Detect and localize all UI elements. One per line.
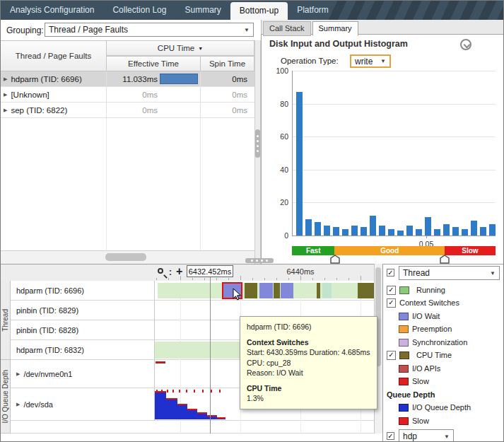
legend-item-running[interactable]: ✓ Running xyxy=(382,284,504,296)
chevron-down-icon: ▼ xyxy=(444,434,450,440)
operation-type-value: write xyxy=(355,57,373,66)
row-label-text: hdparm (TID: 6696) xyxy=(16,286,84,295)
ruler-tick-label: 6440ms xyxy=(286,267,315,276)
splitter-handle[interactable] xyxy=(255,129,260,158)
table-row[interactable]: ▶ hdparm (TID: 6696) 11.033ms 0ms xyxy=(1,71,254,87)
legend-label: Preemption xyxy=(412,325,452,333)
slow-io-tick xyxy=(172,390,174,392)
legend-item-io-apis[interactable]: I/O APIs xyxy=(382,362,504,375)
collapse-button[interactable] xyxy=(460,39,471,50)
legend-item-slow[interactable]: Slow xyxy=(382,375,504,388)
expander-icon[interactable]: ▶ xyxy=(16,371,20,377)
band-checkbox[interactable]: ✓ xyxy=(387,269,394,277)
process-filter-dropdown[interactable]: hdp ▼ xyxy=(399,429,454,442)
checkbox[interactable]: ✓ xyxy=(387,298,396,308)
tab-bottom-up[interactable]: Bottom-up xyxy=(230,2,288,20)
legend-item-synchronization[interactable]: Synchronization xyxy=(382,336,504,349)
threshold-slider-handle[interactable] xyxy=(440,255,450,264)
tab-platform[interactable]: Platform xyxy=(288,1,338,20)
timeline-segment-cpu-time xyxy=(274,283,280,298)
process-filter-checkbox[interactable]: ✓ xyxy=(387,432,394,440)
zoom-magnifier-icon[interactable] xyxy=(158,268,163,274)
preemption-swatch-icon xyxy=(399,325,409,333)
timeline-row-label[interactable]: ▶ /dev/sda xyxy=(11,388,155,421)
threshold-zone-bar: FastGoodSlow xyxy=(292,246,496,255)
checkbox[interactable]: ✓ xyxy=(387,286,396,295)
timeline-row-label[interactable]: pinbin (TID: 6828) xyxy=(11,320,155,340)
slow-io-tick xyxy=(186,390,187,392)
legend-item-queue-slow[interactable]: Slow xyxy=(382,414,504,427)
chevron-down-icon: ▼ xyxy=(380,58,386,64)
tab-call-stack[interactable]: Call Stack xyxy=(263,21,311,36)
histogram-bar xyxy=(305,219,312,235)
y-tick-label: 100 xyxy=(270,66,288,75)
queue-slow-swatch-icon xyxy=(399,417,409,425)
timeline-row-label[interactable]: hdparm (TID: 6696) xyxy=(11,281,155,301)
tooltip-section-header: Context Switches xyxy=(247,337,370,348)
tab-analysis-configuration[interactable]: Analysis Configuration xyxy=(1,1,103,20)
table-row[interactable]: ▶ sep (TID: 6822) 0ms 0ms xyxy=(1,103,254,118)
io-slow-mark xyxy=(156,361,165,364)
timeline-row-label[interactable]: pinbin (TID: 6829) xyxy=(11,301,155,320)
zoom-in-button[interactable]: + xyxy=(176,265,182,278)
column-header-effective-time[interactable]: Effective Time xyxy=(107,56,201,71)
header-label: Thread / Page Faults xyxy=(16,52,91,60)
legend-label: Queue Depth xyxy=(387,390,435,399)
header-label: CPU Time xyxy=(158,44,194,52)
operation-type-dropdown[interactable]: write ▼ xyxy=(350,54,391,68)
row-label-text: pinbin (TID: 6828) xyxy=(16,326,78,335)
histogram-bar xyxy=(406,226,413,235)
ruler-tick xyxy=(168,278,169,280)
ruler-tick xyxy=(336,278,337,280)
expander-icon[interactable]: ▶ xyxy=(4,76,7,82)
y-tick-label: 0 xyxy=(270,231,288,240)
ruler-tick xyxy=(300,276,301,280)
legend-item-io-wait[interactable]: I/O Wait xyxy=(382,310,504,322)
band-selector-dropdown[interactable]: Thread ▼ xyxy=(399,266,500,280)
expander-icon[interactable]: ▶ xyxy=(4,92,7,98)
slow-io-tick xyxy=(156,390,158,392)
legend-item-io-queue-depth[interactable]: I/O Queue Depth xyxy=(382,401,504,414)
threshold-slider-handle[interactable] xyxy=(330,255,340,264)
grid-scrollbar-thumb[interactable] xyxy=(105,253,146,261)
timeline-segment-context-switch[interactable] xyxy=(281,283,293,298)
io-wait-swatch-icon xyxy=(399,313,409,320)
tab-summary[interactable]: Summary xyxy=(175,1,230,20)
grouping-dropdown[interactable]: Thread / Page Faults ▼ xyxy=(45,23,254,37)
grouping-value: Thread / Page Faults xyxy=(49,25,128,35)
timeline-tooltip: hdparm (TID: 6696) Context Switches Star… xyxy=(240,316,377,409)
horizontal-splitter-handle[interactable] xyxy=(245,258,274,263)
timeline-row-label[interactable]: hdparm (TID: 6832) xyxy=(11,340,155,360)
tooltip-line: Start: 6430.359ms Duration: 4.685ms xyxy=(247,347,370,358)
tab-summary-pane[interactable]: Summary xyxy=(312,21,358,36)
column-header-thread-page-faults[interactable]: Thread / Page Faults xyxy=(1,40,107,71)
group-label: Thread xyxy=(1,309,9,332)
x-axis xyxy=(292,235,496,236)
tab-collection-log[interactable]: Collection Log xyxy=(103,1,175,20)
zone-slow: Slow xyxy=(445,246,496,255)
table-row[interactable]: ▶ [Unknown] 0ms 0ms xyxy=(1,87,254,103)
legend-label: Running xyxy=(416,286,445,294)
expander-icon[interactable]: ▶ xyxy=(4,107,7,113)
queue-depth-step xyxy=(155,391,166,419)
column-header-spin-time[interactable]: Spin Time xyxy=(201,56,254,71)
legend-item-context-switches[interactable]: ✓ Context Switches xyxy=(382,296,504,309)
row-name: [Unknown] xyxy=(11,91,49,99)
histogram-bar xyxy=(397,231,404,235)
ruler-tick xyxy=(361,276,361,280)
legend-item-cpu-time[interactable]: ✓ CPU Time xyxy=(382,349,504,361)
io-apis-swatch-icon xyxy=(399,365,409,373)
slow-io-tick xyxy=(219,390,221,392)
column-header-cpu-time[interactable]: CPU Time ▼ xyxy=(107,40,254,56)
y-tick-label: 20 xyxy=(270,198,288,207)
legend-label: I/O Wait xyxy=(412,312,440,320)
histogram-bar xyxy=(443,224,450,235)
legend-item-preemption[interactable]: Preemption xyxy=(382,322,504,335)
histogram-bar xyxy=(333,227,339,235)
timeline-row-label[interactable]: ▶ /dev/nvme0n1 xyxy=(11,360,155,388)
timeline-segment-cpu-time xyxy=(358,283,374,298)
expander-icon[interactable]: ▶ xyxy=(16,402,20,407)
checkbox[interactable]: ✓ xyxy=(387,351,396,360)
histogram-bar xyxy=(342,229,348,235)
timeline-segment-context-switch[interactable] xyxy=(259,283,273,298)
